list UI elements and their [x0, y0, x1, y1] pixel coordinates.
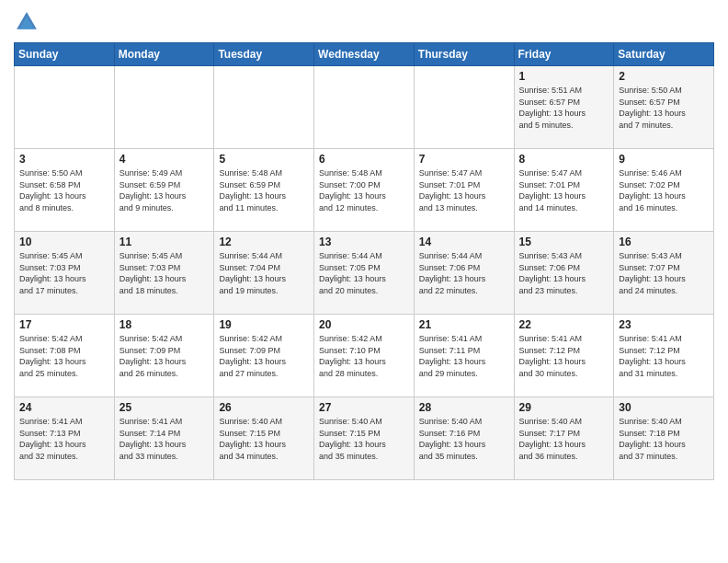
calendar-cell: 5Sunrise: 5:48 AM Sunset: 6:59 PM Daylig… [214, 149, 314, 232]
day-info: Sunrise: 5:46 AM Sunset: 7:02 PM Dayligh… [619, 167, 710, 213]
day-info: Sunrise: 5:42 AM Sunset: 7:08 PM Dayligh… [19, 333, 110, 379]
weekday-header: Thursday [414, 43, 514, 66]
day-number: 17 [19, 318, 110, 331]
day-number: 28 [419, 401, 510, 414]
weekday-header: Sunday [15, 43, 115, 66]
day-number: 5 [219, 153, 310, 166]
weekday-header: Monday [114, 43, 214, 66]
day-number: 23 [619, 318, 710, 331]
day-info: Sunrise: 5:41 AM Sunset: 7:14 PM Dayligh… [119, 416, 210, 462]
calendar-cell: 30Sunrise: 5:40 AM Sunset: 7:18 PM Dayli… [614, 397, 714, 480]
day-info: Sunrise: 5:40 AM Sunset: 7:15 PM Dayligh… [219, 416, 310, 462]
calendar-cell: 22Sunrise: 5:41 AM Sunset: 7:12 PM Dayli… [514, 315, 614, 397]
calendar-cell [15, 66, 115, 149]
calendar-cell: 10Sunrise: 5:45 AM Sunset: 7:03 PM Dayli… [15, 232, 115, 315]
calendar-cell: 28Sunrise: 5:40 AM Sunset: 7:16 PM Dayli… [414, 397, 514, 480]
day-number: 22 [519, 318, 610, 331]
calendar-week-row: 24Sunrise: 5:41 AM Sunset: 7:13 PM Dayli… [15, 397, 714, 480]
day-number: 11 [119, 236, 210, 248]
day-number: 12 [219, 236, 310, 248]
calendar-cell: 4Sunrise: 5:49 AM Sunset: 6:59 PM Daylig… [114, 149, 214, 232]
day-number: 2 [619, 70, 710, 83]
calendar-cell: 12Sunrise: 5:44 AM Sunset: 7:04 PM Dayli… [214, 232, 314, 315]
calendar: SundayMondayTuesdayWednesdayThursdayFrid… [14, 42, 714, 480]
day-number: 25 [119, 401, 210, 414]
calendar-cell: 6Sunrise: 5:48 AM Sunset: 7:00 PM Daylig… [314, 149, 415, 232]
day-number: 15 [519, 236, 610, 248]
day-info: Sunrise: 5:48 AM Sunset: 6:59 PM Dayligh… [219, 167, 310, 213]
calendar-cell: 19Sunrise: 5:42 AM Sunset: 7:09 PM Dayli… [214, 315, 314, 397]
calendar-cell: 18Sunrise: 5:42 AM Sunset: 7:09 PM Dayli… [114, 315, 214, 397]
calendar-cell: 15Sunrise: 5:43 AM Sunset: 7:06 PM Dayli… [514, 232, 614, 315]
day-info: Sunrise: 5:42 AM Sunset: 7:09 PM Dayligh… [119, 333, 210, 379]
calendar-week-row: 10Sunrise: 5:45 AM Sunset: 7:03 PM Dayli… [15, 232, 714, 315]
day-info: Sunrise: 5:40 AM Sunset: 7:18 PM Dayligh… [619, 416, 710, 462]
calendar-cell [214, 66, 314, 149]
day-info: Sunrise: 5:48 AM Sunset: 7:00 PM Dayligh… [319, 167, 410, 213]
day-info: Sunrise: 5:40 AM Sunset: 7:16 PM Dayligh… [419, 416, 510, 462]
calendar-cell: 2Sunrise: 5:50 AM Sunset: 6:57 PM Daylig… [614, 66, 714, 149]
calendar-cell: 7Sunrise: 5:47 AM Sunset: 7:01 PM Daylig… [414, 149, 514, 232]
day-number: 8 [519, 153, 610, 166]
day-number: 26 [219, 401, 310, 414]
day-number: 6 [319, 153, 410, 166]
calendar-cell: 29Sunrise: 5:40 AM Sunset: 7:17 PM Dayli… [514, 397, 614, 480]
day-info: Sunrise: 5:50 AM Sunset: 6:57 PM Dayligh… [619, 85, 710, 131]
header [14, 9, 714, 35]
calendar-cell: 26Sunrise: 5:40 AM Sunset: 7:15 PM Dayli… [214, 397, 314, 480]
calendar-cell [114, 66, 214, 149]
day-number: 14 [419, 236, 510, 248]
day-info: Sunrise: 5:49 AM Sunset: 6:59 PM Dayligh… [119, 167, 210, 213]
day-info: Sunrise: 5:47 AM Sunset: 7:01 PM Dayligh… [419, 167, 510, 213]
calendar-header-row: SundayMondayTuesdayWednesdayThursdayFrid… [15, 43, 714, 66]
day-info: Sunrise: 5:47 AM Sunset: 7:01 PM Dayligh… [519, 167, 610, 213]
calendar-cell: 24Sunrise: 5:41 AM Sunset: 7:13 PM Dayli… [15, 397, 115, 480]
day-info: Sunrise: 5:41 AM Sunset: 7:12 PM Dayligh… [519, 333, 610, 379]
day-info: Sunrise: 5:43 AM Sunset: 7:06 PM Dayligh… [519, 250, 610, 296]
calendar-cell [314, 66, 415, 149]
day-info: Sunrise: 5:41 AM Sunset: 7:13 PM Dayligh… [19, 416, 110, 462]
day-info: Sunrise: 5:40 AM Sunset: 7:17 PM Dayligh… [519, 416, 610, 462]
day-info: Sunrise: 5:45 AM Sunset: 7:03 PM Dayligh… [119, 250, 210, 296]
day-number: 21 [419, 318, 510, 331]
calendar-week-row: 3Sunrise: 5:50 AM Sunset: 6:58 PM Daylig… [15, 149, 714, 232]
calendar-cell: 1Sunrise: 5:51 AM Sunset: 6:57 PM Daylig… [514, 66, 614, 149]
calendar-cell: 11Sunrise: 5:45 AM Sunset: 7:03 PM Dayli… [114, 232, 214, 315]
day-info: Sunrise: 5:45 AM Sunset: 7:03 PM Dayligh… [19, 250, 110, 296]
calendar-week-row: 1Sunrise: 5:51 AM Sunset: 6:57 PM Daylig… [15, 66, 714, 149]
day-info: Sunrise: 5:51 AM Sunset: 6:57 PM Dayligh… [519, 85, 610, 131]
day-number: 30 [619, 401, 710, 414]
day-number: 20 [319, 318, 410, 331]
calendar-cell: 23Sunrise: 5:41 AM Sunset: 7:12 PM Dayli… [614, 315, 714, 397]
day-info: Sunrise: 5:42 AM Sunset: 7:10 PM Dayligh… [319, 333, 410, 379]
calendar-cell: 17Sunrise: 5:42 AM Sunset: 7:08 PM Dayli… [15, 315, 115, 397]
calendar-cell: 8Sunrise: 5:47 AM Sunset: 7:01 PM Daylig… [514, 149, 614, 232]
calendar-cell: 13Sunrise: 5:44 AM Sunset: 7:05 PM Dayli… [314, 232, 415, 315]
calendar-cell: 9Sunrise: 5:46 AM Sunset: 7:02 PM Daylig… [614, 149, 714, 232]
calendar-cell: 20Sunrise: 5:42 AM Sunset: 7:10 PM Dayli… [314, 315, 415, 397]
day-info: Sunrise: 5:41 AM Sunset: 7:11 PM Dayligh… [419, 333, 510, 379]
day-number: 10 [19, 236, 110, 248]
day-number: 9 [619, 153, 710, 166]
day-info: Sunrise: 5:41 AM Sunset: 7:12 PM Dayligh… [619, 333, 710, 379]
calendar-week-row: 17Sunrise: 5:42 AM Sunset: 7:08 PM Dayli… [15, 315, 714, 397]
day-info: Sunrise: 5:44 AM Sunset: 7:06 PM Dayligh… [419, 250, 510, 296]
day-number: 29 [519, 401, 610, 414]
day-number: 3 [19, 153, 110, 166]
calendar-cell: 21Sunrise: 5:41 AM Sunset: 7:11 PM Dayli… [414, 315, 514, 397]
day-number: 19 [219, 318, 310, 331]
day-number: 7 [419, 153, 510, 166]
day-info: Sunrise: 5:43 AM Sunset: 7:07 PM Dayligh… [619, 250, 710, 296]
day-number: 13 [319, 236, 410, 248]
weekday-header: Friday [514, 43, 614, 66]
weekday-header: Tuesday [214, 43, 314, 66]
day-info: Sunrise: 5:44 AM Sunset: 7:04 PM Dayligh… [219, 250, 310, 296]
calendar-cell [414, 66, 514, 149]
day-info: Sunrise: 5:40 AM Sunset: 7:15 PM Dayligh… [319, 416, 410, 462]
weekday-header: Saturday [614, 43, 714, 66]
day-number: 27 [319, 401, 410, 414]
day-number: 4 [119, 153, 210, 166]
day-number: 18 [119, 318, 210, 331]
day-info: Sunrise: 5:44 AM Sunset: 7:05 PM Dayligh… [319, 250, 410, 296]
weekday-header: Wednesday [314, 43, 415, 66]
